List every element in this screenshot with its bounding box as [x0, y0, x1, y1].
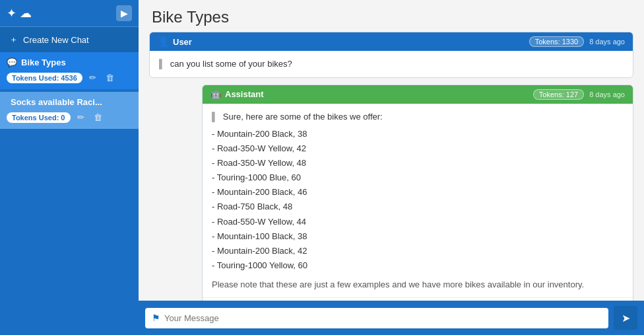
sidebar-header: ✦ ☁ ▶ [0, 0, 139, 27]
user-label: 👤 User [158, 36, 192, 47]
message-input[interactable] [164, 308, 602, 328]
assistant-message-card: 🤖 Assistant Tokens: 127 8 days ago ▌ Sur… [202, 85, 633, 301]
chat-icon: 💬 [7, 57, 17, 67]
assistant-icon: 🤖 [210, 89, 221, 99]
tokens-badge-2: Tokens Used: 0 [7, 112, 71, 123]
assistant-msg-icon: ▌ [212, 112, 218, 122]
chat-area[interactable]: 👤 User Tokens: 1330 8 days ago ▌ can you… [139, 32, 644, 301]
user-message-text: can you list some of your bikes? [170, 59, 292, 69]
list-item: - Touring-1000 Yellow, 60 [212, 258, 624, 273]
assistant-time: 8 days ago [589, 91, 625, 98]
list-item: - Road-350-W Yellow, 42 [212, 141, 624, 156]
delete-chat-button[interactable]: 🗑 [103, 71, 117, 84]
assistant-message-meta: Tokens: 127 8 days ago [533, 89, 625, 100]
assistant-intro: ▌ Sure, here are some of the bikes we of… [212, 110, 624, 124]
sidebar-nav-button[interactable]: ▶ [116, 5, 132, 21]
list-item: - Mountain-200 Black, 46 [212, 185, 624, 200]
list-item: - Mountain-100 Black, 38 [212, 229, 624, 244]
user-time: 8 days ago [589, 38, 625, 46]
assistant-label-text: Assistant [225, 89, 264, 99]
user-icon: 👤 [158, 36, 169, 47]
input-bar: ⚑ ➤ [139, 301, 644, 335]
assistant-intro-text: Sure, here are some of the bikes we offe… [223, 112, 383, 122]
assistant-tokens: Tokens: 127 [533, 89, 584, 100]
list-item: - Road-350-W Yellow, 48 [212, 156, 624, 170]
bike-list: - Mountain-200 Black, 38- Road-350-W Yel… [212, 127, 624, 273]
list-item: - Road-750 Black, 48 [212, 200, 624, 214]
user-message-header: 👤 User Tokens: 1330 8 days ago [150, 32, 633, 51]
msg-icon: ▌ [159, 59, 165, 69]
chat-item-socks[interactable]: Socks available Raci... Tokens Used: 0 ✏… [0, 92, 139, 129]
user-message-body: ▌ can you list some of your bikes? [150, 51, 633, 77]
logo-icon: ✦ ☁ [7, 6, 32, 20]
sidebar: ✦ ☁ ▶ ＋ Create New Chat 💬 Bike Types Tok… [0, 0, 139, 335]
user-message-meta: Tokens: 1330 8 days ago [529, 36, 625, 47]
tokens-badge: Tokens Used: 4536 [7, 73, 82, 83]
user-tokens: Tokens: 1330 [529, 36, 584, 47]
assistant-note: Please note that these are just a few ex… [212, 278, 624, 291]
chat-item-bike-types[interactable]: 💬 Bike Types Tokens Used: 4536 ✏ 🗑 [0, 52, 139, 89]
page-title: Bike Types [152, 8, 631, 26]
chat-title: Bike Types [21, 57, 66, 67]
assistant-message-body: ▌ Sure, here are some of the bikes we of… [203, 104, 633, 298]
list-item: - Mountain-200 Black, 42 [212, 244, 624, 258]
list-item: - Touring-1000 Blue, 60 [212, 170, 624, 185]
assistant-message-header: 🤖 Assistant Tokens: 127 8 days ago [203, 85, 633, 104]
send-icon: ➤ [622, 312, 630, 324]
send-button[interactable]: ➤ [614, 306, 637, 330]
action-bar: 👍 Like 👎 Dislike ✅ View Prompt [203, 297, 633, 301]
chat-title-2: Socks available Raci... [11, 97, 102, 107]
input-flag-icon: ⚑ [152, 313, 160, 323]
plus-icon: ＋ [9, 34, 18, 46]
assistant-label: 🤖 Assistant [210, 89, 264, 99]
edit-chat-button-2[interactable]: ✏ [75, 111, 87, 124]
create-new-chat-button[interactable]: ＋ Create New Chat [0, 27, 139, 52]
delete-chat-button-2[interactable]: 🗑 [91, 111, 105, 124]
list-item: - Mountain-200 Black, 38 [212, 127, 624, 141]
create-new-chat-label: Create New Chat [23, 35, 89, 45]
user-label-text: User [173, 37, 192, 47]
edit-chat-button[interactable]: ✏ [86, 71, 99, 84]
sidebar-logo-area: ✦ ☁ [7, 6, 32, 20]
user-message-card: 👤 User Tokens: 1330 8 days ago ▌ can you… [149, 32, 633, 78]
page-title-bar: Bike Types [139, 0, 644, 32]
list-item: - Road-550-W Yellow, 44 [212, 215, 624, 229]
message-input-wrap: ⚑ [145, 308, 608, 328]
main-content: Bike Types 👤 User Tokens: 1330 8 days ag… [139, 0, 644, 335]
